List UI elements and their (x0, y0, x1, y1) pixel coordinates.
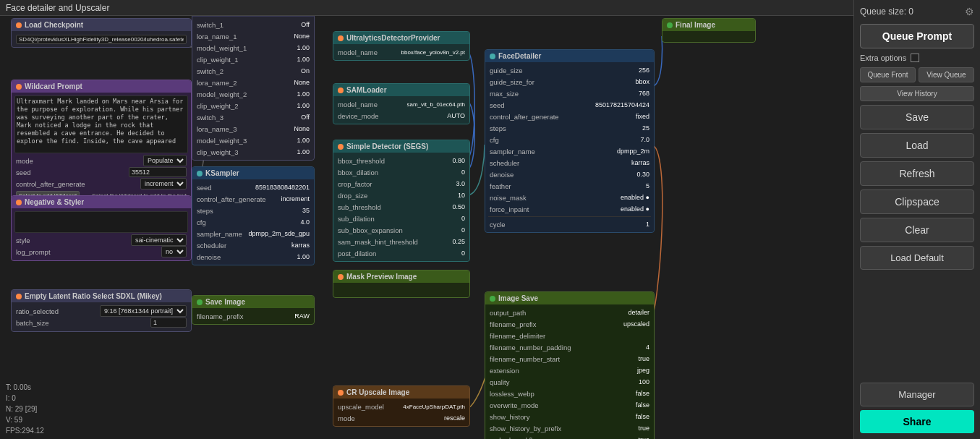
ratio-select[interactable]: 9:16 [768x1344 portrait] (100, 305, 187, 317)
sidebar-header: Queue size: 0 ⚙ (860, 6, 974, 17)
cw1-row: clip_weight_1 1.00 (195, 54, 311, 65)
negative-textarea[interactable] (14, 211, 188, 233)
node-dot (338, 88, 344, 93)
save-button[interactable]: Save (860, 105, 974, 129)
canvas-title: Face detailer and Upscaler (6, 3, 109, 13)
view-queue-button[interactable]: View Queue (919, 67, 974, 82)
node-dot (16, 84, 22, 90)
sidebar-spacer (860, 273, 974, 379)
batch-input[interactable] (150, 317, 187, 328)
canvas-topbar: Face detailer and Upscaler (0, 0, 853, 16)
save-image-header: Save Image (192, 296, 314, 308)
extra-options-row: Extra options (860, 52, 974, 64)
status-v: V: 59 (6, 414, 44, 425)
save-image-node: Save Image filename_prefixRAW (192, 295, 315, 325)
status-i: I: 0 (6, 393, 44, 404)
lora1-row: lora_name_1 None (195, 30, 311, 42)
queue-front-button[interactable]: Queue Front (860, 67, 916, 82)
clear-button[interactable]: Clear (860, 218, 974, 242)
queue-size-label: Queue size: 0 (860, 7, 913, 17)
status-bar: T: 0.00s I: 0 N: 29 [29] V: 59 FPS:294.1… (0, 379, 50, 439)
canvas-area[interactable]: Face detailer and Upscaler Load Checkpoi… (0, 0, 853, 439)
node-dot (197, 171, 203, 176)
mw1-row: model_weight_1 1.00 (195, 42, 311, 54)
node-dot (16, 200, 22, 205)
clipspace-button[interactable]: Clipspace (860, 189, 974, 214)
node-dot (490, 296, 495, 302)
node-seed-row: seed (14, 166, 188, 178)
cw3-row: clip_weight_3 1.00 (195, 146, 311, 158)
final-image-header: Final Image (662, 19, 755, 31)
node-row (14, 33, 188, 45)
status-n: N: 29 [29] (6, 404, 44, 414)
image-save-node: Image Save output_pathdetailer filename_… (485, 291, 655, 439)
cw2-row: clip_weight_2 1.00 (195, 100, 311, 111)
style-select[interactable]: sai-cinematic (131, 234, 187, 246)
wildcard-prompt-header: Wildcard Prompt (12, 80, 191, 93)
share-button[interactable]: Share (860, 410, 974, 433)
load-button[interactable]: Load (860, 133, 974, 158)
sam-loader-node: SAMLoader model_namesam_vit_b_01ec64.pth… (333, 83, 470, 124)
ultralytics-header: UltralyticsDetectorProvider (333, 32, 469, 44)
sam-loader-header: SAMLoader (333, 84, 469, 96)
switch1-row: switch_1 Off (195, 19, 311, 30)
extra-options-label: Extra options (860, 54, 906, 62)
node-dot (16, 22, 22, 28)
load-default-button[interactable]: Load Default (860, 246, 974, 270)
manager-button[interactable]: Manager (860, 383, 974, 406)
queue-prompt-button[interactable]: Queue Prompt (860, 24, 974, 48)
load-checkpoint-node: Load Checkpoint (11, 18, 192, 48)
mask-preview-header: Mask Preview Image (333, 270, 469, 283)
node-dot (338, 144, 344, 150)
gear-icon[interactable]: ⚙ (965, 6, 974, 17)
node-dot (490, 54, 495, 59)
negative-styler-header: Negative & Styler (12, 196, 191, 208)
switch3-row: switch_3 Off (195, 111, 311, 123)
log-select[interactable]: no (161, 246, 187, 257)
node-generate-row: control_after_generate increment (14, 178, 188, 189)
empty-latent-node: Empty Latent Ratio Select SDXL (Mikey) r… (11, 289, 192, 332)
switch2-row: switch_2 On (195, 65, 311, 77)
node-dot (197, 299, 203, 305)
generate-select[interactable]: increment (140, 178, 187, 189)
negative-styler-node: Negative & Styler style sai-cinematic lo… (11, 195, 192, 261)
cr-upscale-node: CR Upscale Image upscale_model4xFaceUpSh… (333, 385, 470, 427)
style-row: style sai-cinematic (14, 234, 188, 246)
ultralytics-node: UltralyticsDetectorProvider model_name b… (333, 31, 470, 61)
simple-detector-header: Simple Detector (SEGS) (333, 140, 469, 153)
ksampler-node: KSampler seed859183808482201 control_aft… (192, 166, 315, 265)
wildcard-prompt-textarea[interactable]: Ultraxmart Mark landed on Mars near Arsi… (14, 95, 188, 153)
mode-select[interactable]: Populate (143, 155, 187, 166)
batch-row: batch_size (14, 317, 188, 328)
lora3-row: lora_name_3 None (195, 123, 311, 135)
empty-latent-header: Empty Latent Ratio Select SDXL (Mikey) (12, 290, 191, 302)
view-history-button[interactable]: View History (860, 86, 974, 101)
node-dot (338, 274, 344, 280)
ksampler-header: KSampler (192, 167, 314, 179)
checkpoint-path-input[interactable] (16, 35, 187, 44)
face-detailer-header: FaceDetailer (485, 50, 654, 62)
seed-input[interactable] (129, 167, 187, 177)
node-mode-row: mode Populate (14, 155, 188, 166)
lora2-row: lora_name_2 None (195, 77, 311, 88)
sub-buttons-row: Queue Front View Queue (860, 67, 974, 82)
extra-options-checkbox[interactable] (911, 54, 919, 62)
ratio-row: ratio_selected 9:16 [768x1344 portrait] (14, 305, 188, 317)
simple-detector-node: Simple Detector (SEGS) bbox_threshold0.8… (333, 140, 470, 262)
node-dot (338, 35, 344, 41)
cr-upscale-header: CR Upscale Image (333, 386, 469, 398)
node-dot (338, 390, 344, 396)
mw3-row: model_weight_3 1.00 (195, 135, 311, 146)
load-checkpoint-header: Load Checkpoint (12, 19, 191, 31)
image-save-header: Image Save (485, 292, 654, 304)
cr-lora-stack-node: CR LoRA Stack switch_1 Off lora_name_1 N… (192, 4, 315, 161)
log-row: log_prompt no (14, 246, 188, 257)
mask-preview-node: Mask Preview Image (333, 270, 470, 298)
node-dot (16, 294, 22, 299)
final-image-node: Final Image (662, 18, 756, 43)
node-dot (667, 22, 673, 28)
status-fps: FPS:294.12 (6, 425, 44, 436)
mw2-row: model_weight_2 1.00 (195, 88, 311, 100)
status-time: T: 0.00s (6, 382, 44, 393)
refresh-button[interactable]: Refresh (860, 161, 974, 186)
